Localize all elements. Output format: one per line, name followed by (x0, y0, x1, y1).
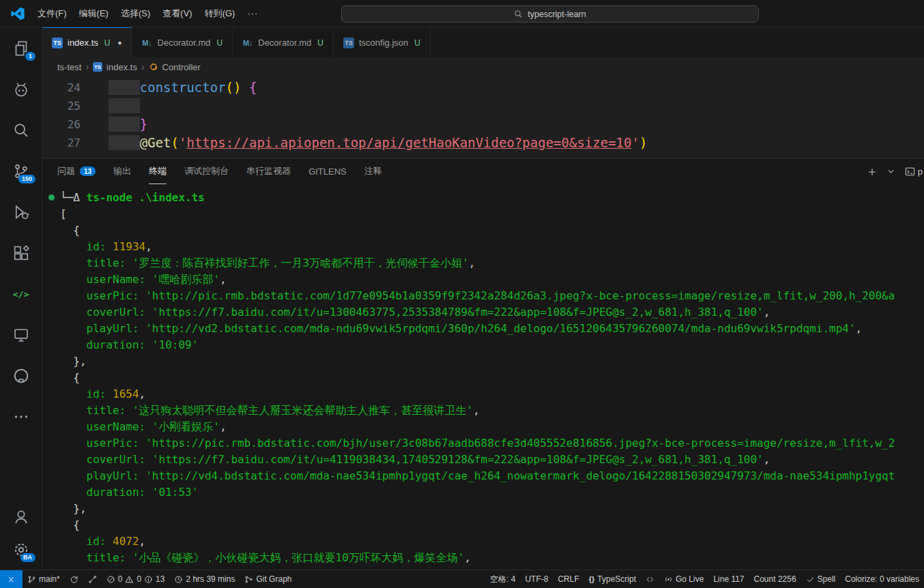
panel-tab-badge: 13 (80, 166, 96, 176)
file-type-icon: M↓ (242, 38, 253, 48)
panel-tab-问题[interactable]: 问题13 (57, 159, 96, 184)
git-sync[interactable] (65, 570, 83, 588)
editor[interactable]: 24 constructor() {25 26 }27 @Get('https:… (42, 76, 924, 158)
terminal-profile-chevron[interactable] (886, 167, 895, 176)
search-icon[interactable] (12, 121, 30, 139)
extensions-icon[interactable] (12, 244, 30, 262)
panel-tab-label: 串行监视器 (246, 165, 291, 177)
menu-编辑(E)[interactable]: 编辑(E) (73, 0, 115, 27)
file-type-icon: TS (93, 62, 102, 72)
menu-查看(V)[interactable]: 查看(V) (156, 0, 198, 27)
editor-lines: 24 constructor() {25 26 }27 @Get('https:… (42, 78, 924, 152)
panel-tabs: 问题13输出终端调试控制台串行监视器GITLENS注释 (57, 159, 382, 184)
modified-dot[interactable]: ● (117, 39, 121, 46)
file-type-icon: TS (52, 38, 63, 48)
go-live[interactable]: Go Live (659, 570, 708, 588)
menu-文件(F)[interactable]: 文件(F) (31, 0, 73, 27)
eol[interactable]: CRLF (553, 570, 583, 588)
source-control-badge: 150 (18, 175, 35, 183)
panel-actions: p (867, 166, 924, 177)
info-icon (144, 575, 153, 584)
accounts-icon[interactable] (12, 508, 30, 526)
panel-tab-label: 问题 (57, 165, 75, 177)
terminal-line: userName: '嘿哈剧乐部', (60, 271, 924, 288)
breadcrumb-item[interactable]: ts-test (57, 62, 81, 72)
platformio-icon[interactable] (12, 80, 30, 98)
encoding[interactable]: UTF-8 (520, 570, 553, 588)
terminal[interactable]: └─Δ ts-node .\index.ts[ { id: 11934, tit… (42, 184, 924, 570)
terminal-line: duration: '01:53' (60, 484, 924, 501)
breadcrumb-item[interactable]: index.ts (106, 62, 137, 72)
line-indicator[interactable]: Line 117 (708, 570, 749, 588)
terminal-line: { (60, 517, 924, 533)
code-brackets-icon[interactable]: </> (12, 285, 30, 303)
menu-more[interactable]: ··· (241, 0, 264, 27)
tab-index.ts[interactable]: TSindex.tsU● (42, 27, 132, 57)
error-icon (106, 575, 115, 584)
menu-转到(G)[interactable]: 转到(G) (199, 0, 242, 27)
tab-Decorator.md[interactable]: M↓Decorator.mdU (233, 27, 334, 57)
language-mode[interactable]: {}TypeScript (584, 570, 641, 588)
git-status: U (317, 38, 323, 48)
warning-icon (125, 575, 134, 584)
git-branch[interactable]: main* (23, 570, 65, 588)
commit-graph-icon (88, 575, 97, 584)
remote-icon (7, 575, 16, 584)
panel-tab-串行监视器[interactable]: 串行监视器 (246, 159, 291, 184)
source-control-icon[interactable]: 150 (12, 162, 30, 180)
command-decoration[interactable] (48, 194, 55, 201)
problems[interactable]: 0013 (102, 570, 170, 588)
commit-graph[interactable] (83, 570, 102, 588)
remote-indicator[interactable] (0, 570, 23, 588)
terminal-tab-item[interactable]: p (905, 166, 923, 177)
git-status: U (414, 38, 420, 48)
word-count[interactable]: Count 2256 (749, 570, 801, 588)
command-center[interactable]: typescript-learn (341, 5, 759, 23)
terminal-lines: └─Δ ts-node .\index.ts[ { id: 11934, tit… (60, 190, 924, 566)
status-text: Go Live (676, 574, 704, 584)
terminal-line: userName: '小刚看娱乐', (60, 419, 924, 435)
menu-选择(S)[interactable]: 选择(S) (115, 0, 156, 27)
status-text: 空格: 4 (490, 574, 515, 585)
indentation[interactable]: 空格: 4 (485, 570, 520, 588)
code-status[interactable] (641, 570, 659, 588)
tab-tsconfig.json[interactable]: TStsconfig.jsonU (334, 27, 431, 57)
breadcrumb-item[interactable]: Controller (162, 62, 201, 72)
remote-explorer-icon[interactable] (12, 326, 30, 344)
clock-icon (174, 575, 183, 584)
terminal-tab-label: p (918, 166, 923, 177)
panel-tab-注释[interactable]: 注释 (364, 159, 382, 184)
explorer-icon[interactable]: 1 (12, 40, 30, 57)
panel-tab-label: 调试控制台 (184, 165, 229, 177)
breadcrumb-separator: › (85, 61, 89, 72)
status-text: main* (39, 574, 60, 584)
file-type-icon: M↓ (142, 38, 153, 48)
panel-tab-label: GITLENS (308, 166, 347, 177)
tab-Decorator.md[interactable]: M↓Decorator.mdU (132, 27, 233, 57)
time-tracker[interactable]: 2 hrs 39 mins (169, 570, 240, 588)
terminal-line: title: '这只狗太聪明不但会帮主人掰玉米还会帮助主人推车，甚至很讲卫生', (60, 402, 924, 419)
run-debug-icon[interactable] (12, 203, 30, 221)
title-bar: 文件(F)编辑(E)选择(S)查看(V)转到(G)··· typescript-… (0, 0, 924, 27)
git-graph[interactable]: Git Graph (240, 570, 296, 588)
panel-tab-调试控制台[interactable]: 调试控制台 (184, 159, 229, 184)
panel-tab-输出[interactable]: 输出 (113, 159, 131, 184)
settings-gear-icon[interactable]: BA (12, 541, 30, 559)
code-line: 25 (42, 97, 924, 115)
spell-checker[interactable]: Spell (801, 570, 841, 588)
status-text: Line 117 (713, 574, 744, 584)
breadcrumb-separator: › (141, 61, 145, 72)
new-terminal-button[interactable] (867, 167, 877, 177)
colorize[interactable]: Colorize: 0 variables (840, 570, 924, 588)
tab-bar: TSindex.tsU●M↓Decorator.mdUM↓Decorator.m… (42, 27, 924, 57)
panel-tab-GITLENS[interactable]: GITLENS (308, 159, 347, 184)
vscode-logo (10, 5, 26, 22)
github-icon[interactable] (12, 367, 30, 385)
status-text: Count 2256 (754, 574, 796, 584)
menu-bar: 文件(F)编辑(E)选择(S)查看(V)转到(G)··· (31, 0, 264, 27)
more-views-icon[interactable] (12, 408, 30, 426)
status-text: Colorize: 0 variables (845, 574, 919, 584)
panel-tab-终端[interactable]: 终端 (149, 159, 167, 184)
tab-label: Decorator.md (258, 38, 311, 48)
status-text: Spell (818, 574, 836, 584)
